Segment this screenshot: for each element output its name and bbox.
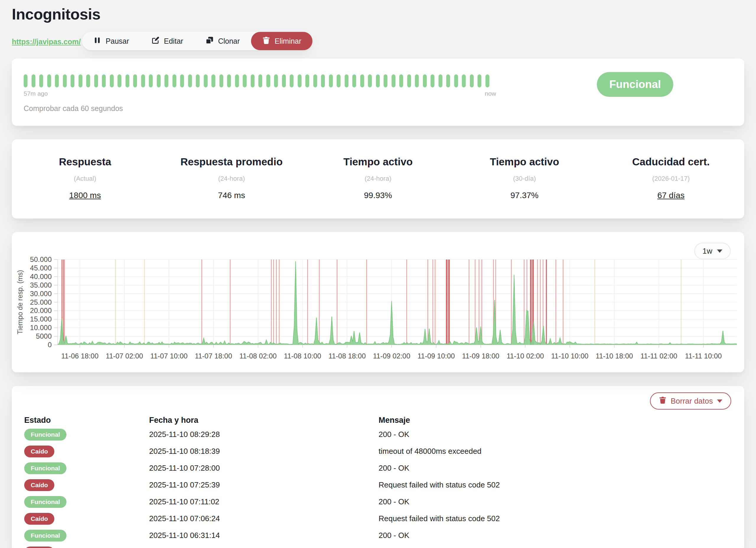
- heartbeat-bar[interactable]: [126, 74, 129, 87]
- heartbeat-bar[interactable]: [32, 74, 35, 87]
- stat-value: 746 ms: [158, 191, 305, 200]
- heartbeat-bar[interactable]: [431, 74, 434, 87]
- heartbeat-bar[interactable]: [94, 74, 98, 87]
- stat-response-average: Respuesta promedio (24-hora) 746 ms: [158, 156, 305, 200]
- heartbeat-bar[interactable]: [266, 74, 270, 87]
- response-time-chart[interactable]: 0500010.00015.00020.00025.00030.00035.00…: [12, 232, 744, 372]
- monitor-url-link[interactable]: https://javipas.com/: [12, 37, 81, 46]
- heartbeat-bar[interactable]: [368, 74, 372, 87]
- chevron-down-icon: [717, 249, 722, 253]
- heartbeat-bar[interactable]: [470, 74, 474, 87]
- column-header-status: Estado: [24, 416, 149, 425]
- heartbeat-bar[interactable]: [102, 74, 106, 87]
- heartbeat-bar[interactable]: [274, 74, 278, 87]
- stat-value[interactable]: 67 días: [598, 191, 744, 200]
- clear-data-button[interactable]: Borrar datos: [650, 392, 731, 410]
- heartbeat-bar[interactable]: [407, 74, 411, 87]
- delete-button[interactable]: Eliminar: [251, 32, 312, 50]
- heartbeat-bar[interactable]: [47, 74, 51, 87]
- heartbeat-bar[interactable]: [329, 74, 333, 87]
- heartbeat-bar[interactable]: [141, 74, 145, 87]
- heartbeat-bar[interactable]: [305, 74, 309, 87]
- heartbeat-bar[interactable]: [63, 74, 67, 87]
- event-message: 200 - OK: [379, 531, 744, 540]
- heartbeat-bar[interactable]: [352, 74, 356, 87]
- clear-data-button-label: Borrar datos: [671, 397, 713, 406]
- heartbeat-bar[interactable]: [227, 74, 231, 87]
- svg-text:11-07 10:00: 11-07 10:00: [150, 352, 188, 360]
- heartbeat-bar[interactable]: [196, 74, 200, 87]
- event-datetime: 2025-11-10 08:18:39: [149, 447, 379, 456]
- heartbeat-bar[interactable]: [337, 74, 340, 87]
- heartbeat-bar[interactable]: [415, 74, 419, 87]
- svg-text:11-08 10:00: 11-08 10:00: [284, 352, 321, 360]
- stat-subtitle: (24-hora): [305, 175, 451, 182]
- heartbeat-bar[interactable]: [345, 74, 348, 87]
- heartbeat-bar[interactable]: [204, 74, 208, 87]
- heartbeat-bar[interactable]: [446, 74, 450, 87]
- heartbeat-bar[interactable]: [321, 74, 325, 87]
- stat-value[interactable]: 1800 ms: [12, 191, 158, 200]
- heartbeat-bar[interactable]: [86, 74, 90, 87]
- heartbeat-bar[interactable]: [454, 74, 458, 87]
- heartbeat-bar[interactable]: [164, 74, 168, 87]
- heartbeat-bar[interactable]: [290, 74, 294, 87]
- period-dropdown[interactable]: 1w: [694, 243, 731, 259]
- edit-button[interactable]: Editar: [140, 32, 194, 50]
- heartbeat-bar[interactable]: [485, 74, 489, 87]
- event-message: Request failed with status code 502: [379, 514, 744, 523]
- heartbeat-bar[interactable]: [133, 74, 137, 87]
- heartbeat-bar[interactable]: [79, 74, 82, 87]
- event-row: Caído2025-11-10 07:06:24Request failed w…: [12, 510, 744, 527]
- heartbeat-bar[interactable]: [118, 74, 121, 87]
- heartbeat-bar[interactable]: [384, 74, 387, 87]
- svg-text:11-09 02:00: 11-09 02:00: [373, 352, 410, 360]
- clone-button[interactable]: Clonar: [194, 32, 251, 50]
- heartbeat-bar[interactable]: [172, 74, 176, 87]
- heartbeat-bar[interactable]: [423, 74, 427, 87]
- heartbeat-bar[interactable]: [243, 74, 247, 87]
- clone-icon: [206, 36, 214, 46]
- heartbeat-bar[interactable]: [258, 74, 262, 87]
- heartbeat-bar[interactable]: [55, 74, 59, 87]
- heartbeat-bar[interactable]: [39, 74, 43, 87]
- heartbeat-bar[interactable]: [298, 74, 302, 87]
- heartbeat-bar[interactable]: [282, 74, 286, 87]
- heartbeat-bar[interactable]: [149, 74, 153, 87]
- svg-text:11-07 18:00: 11-07 18:00: [195, 352, 232, 360]
- event-status-badge: Funcional: [24, 496, 66, 508]
- heartbeat-bar[interactable]: [235, 74, 239, 87]
- heartbeat-bar[interactable]: [376, 74, 380, 87]
- heartbeat-bar[interactable]: [392, 74, 395, 87]
- heartbeat-bar[interactable]: [71, 74, 74, 87]
- trash-icon: [262, 36, 270, 46]
- heartbeat-bar[interactable]: [24, 74, 27, 87]
- heartbeat-bar[interactable]: [478, 74, 481, 87]
- svg-text:11-10 02:00: 11-10 02:00: [506, 352, 544, 360]
- check-interval-text: Comprobar cada 60 segundos: [24, 104, 496, 113]
- heartbeat-bar[interactable]: [157, 74, 161, 87]
- svg-text:11-09 18:00: 11-09 18:00: [462, 352, 499, 360]
- stat-subtitle: (Actual): [12, 175, 158, 182]
- event-message: timeout of 48000ms exceeded: [379, 447, 744, 456]
- heartbeat-start-time: 57m ago: [24, 90, 48, 97]
- clear-data-row: Borrar datos: [12, 392, 744, 410]
- event-datetime: 2025-11-10 08:29:28: [149, 430, 379, 439]
- heartbeat-bar[interactable]: [439, 74, 442, 87]
- heartbeat-bar[interactable]: [110, 74, 114, 87]
- heartbeat-bar[interactable]: [313, 74, 317, 87]
- event-status-badge: Funcional: [24, 530, 66, 542]
- heartbeat-bars[interactable]: [24, 74, 496, 87]
- heartbeat-bar[interactable]: [251, 74, 255, 87]
- heartbeat-bar[interactable]: [180, 74, 184, 87]
- edit-button-label: Editar: [164, 37, 183, 45]
- heartbeat-bar[interactable]: [188, 74, 192, 87]
- heartbeat-bar[interactable]: [462, 74, 466, 87]
- svg-text:11-11 10:00: 11-11 10:00: [685, 352, 722, 360]
- heartbeat-bar[interactable]: [219, 74, 223, 87]
- event-row: Funcional2025-11-10 07:28:00200 - OK: [12, 460, 744, 477]
- pause-button[interactable]: Pausar: [82, 32, 140, 50]
- heartbeat-bar[interactable]: [399, 74, 403, 87]
- heartbeat-bar[interactable]: [211, 74, 215, 87]
- heartbeat-bar[interactable]: [360, 74, 364, 87]
